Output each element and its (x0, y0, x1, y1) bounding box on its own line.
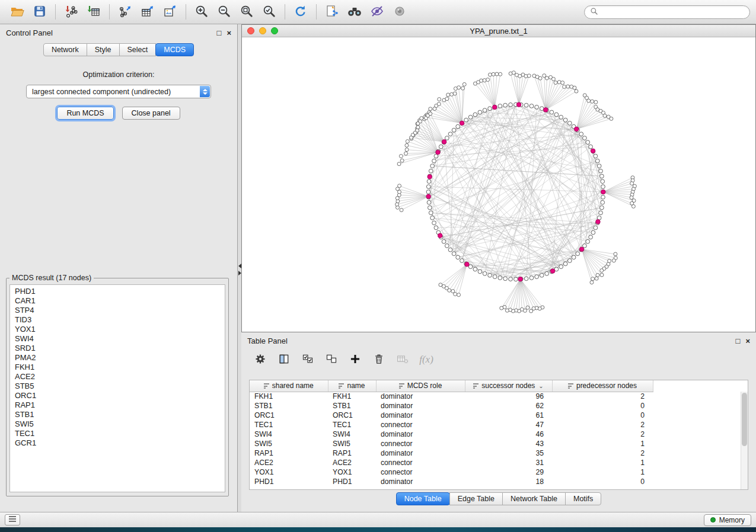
table-row[interactable]: TEC1TEC1connector472 (250, 420, 653, 430)
search-box[interactable] (584, 5, 750, 19)
close-table-panel-icon[interactable]: × (745, 337, 750, 345)
zoom-in-icon (194, 4, 209, 20)
table-vertical-scrollbar[interactable] (741, 392, 748, 489)
mcds-result-item[interactable]: TEC1 (15, 429, 225, 438)
share-document-button[interactable] (321, 2, 343, 21)
table-row[interactable]: STB1STB1dominator620 (250, 401, 653, 411)
table-settings-button[interactable] (251, 351, 270, 368)
refresh-button[interactable] (289, 2, 312, 21)
zoom-fit-button[interactable] (235, 2, 258, 21)
table-row[interactable]: PHD1PHD1dominator180 (250, 477, 653, 486)
collapse-left-icon[interactable] (238, 264, 241, 268)
new-network-icon (118, 4, 132, 20)
new-network-button[interactable] (114, 2, 136, 21)
column-sort-icon (264, 383, 269, 389)
close-panel-icon[interactable]: × (227, 29, 231, 37)
close-panel-button[interactable]: Close panel (122, 107, 180, 120)
table-tab-edge-table[interactable]: Edge Table (449, 492, 503, 505)
toolbar-separator (55, 4, 56, 20)
memory-button[interactable]: Memory (704, 514, 751, 526)
show-columns-button[interactable] (275, 351, 294, 368)
mcds-result-list: PHD1CAR1STP4TID3YOX1SWI4SRD1PMA2FKH1ACE2… (10, 287, 225, 448)
col-header-MCDS-role[interactable]: MCDS role (376, 380, 465, 392)
node-table-header-row: shared namenameMCDS rolesuccessor nodes⌄… (250, 380, 653, 392)
scrollbar-thumb[interactable] (742, 393, 747, 446)
mcds-result-item[interactable]: FKH1 (15, 363, 225, 372)
table-row[interactable]: FKH1FKH1dominator962 (250, 392, 653, 401)
task-history-button[interactable] (5, 514, 20, 525)
col-header-successor-nodes[interactable]: successor nodes⌄ (465, 380, 552, 392)
import-table-file-button[interactable] (82, 2, 105, 21)
mcds-result-item[interactable]: CAR1 (15, 296, 225, 306)
zoom-selected-button[interactable] (258, 2, 280, 21)
table-cell: 1 (552, 458, 653, 467)
new-table-button[interactable] (136, 2, 159, 21)
mcds-result-group: MCDS result (17 nodes) PHD1CAR1STP4TID3Y… (6, 274, 229, 496)
table-tab-motifs[interactable]: Motifs (565, 492, 601, 505)
zoom-in-button[interactable] (190, 2, 213, 21)
mcds-result-item[interactable]: SRD1 (15, 344, 225, 353)
criterion-select[interactable]: largest connected component (undirected) (26, 85, 211, 98)
select-stepper-icon[interactable] (200, 86, 210, 97)
control-panel: Control Panel □ × NetworkStyleSelectMCDS… (0, 24, 238, 512)
show-all-button[interactable] (388, 2, 411, 21)
mcds-result-item[interactable]: ORC1 (15, 391, 225, 400)
mcds-result-item[interactable]: STP4 (15, 306, 225, 315)
table-row[interactable]: SWI4SWI4dominator462 (250, 430, 653, 439)
network-window-titlebar[interactable]: YPA_prune.txt_1 (242, 25, 755, 37)
mcds-result-item[interactable]: PHD1 (15, 287, 225, 296)
table-row[interactable]: YOX1YOX1connector291 (250, 467, 653, 477)
table-cell: dominator (376, 477, 465, 486)
col-header-name[interactable]: name (328, 380, 376, 392)
float-table-panel-icon[interactable]: □ (736, 337, 741, 345)
export-image-button[interactable] (159, 2, 181, 21)
tab-mcds[interactable]: MCDS (155, 43, 194, 56)
search-network-button[interactable] (343, 2, 366, 21)
mcds-result-item[interactable]: RAP1 (15, 400, 225, 410)
zoom-out-button[interactable] (213, 2, 235, 21)
mcds-result-item[interactable]: STB5 (15, 382, 225, 391)
mcds-result-item[interactable]: SWI4 (15, 334, 225, 344)
maximize-window-icon[interactable] (271, 27, 278, 34)
float-panel-icon[interactable]: □ (217, 29, 222, 37)
function-builder-button[interactable]: f(x) (417, 351, 436, 368)
delete-column-button[interactable] (369, 351, 388, 368)
table-tab-network-table[interactable]: Network Table (502, 492, 566, 505)
import-network-file-button[interactable] (60, 2, 82, 21)
tab-network[interactable]: Network (43, 43, 87, 56)
collapse-right-icon[interactable] (238, 271, 241, 275)
minimize-window-icon[interactable] (259, 27, 266, 34)
mcds-result-item[interactable]: TID3 (15, 315, 225, 325)
deselect-all-rows-button[interactable] (322, 351, 341, 368)
table-tab-node-table[interactable]: Node Table (396, 492, 450, 505)
mcds-result-item[interactable]: YOX1 (15, 325, 225, 334)
run-mcds-button[interactable]: Run MCDS (57, 107, 113, 120)
tab-style[interactable]: Style (87, 43, 120, 56)
mcds-result-item[interactable]: GCR1 (15, 438, 225, 448)
refresh-icon (294, 4, 308, 20)
network-canvas[interactable] (242, 37, 755, 332)
table-row[interactable]: RAP1RAP1dominator352 (250, 448, 653, 458)
table-row[interactable]: ACE2ACE2connector311 (250, 458, 653, 467)
mcds-result-item[interactable]: STB1 (15, 410, 225, 419)
create-column-button[interactable] (346, 351, 365, 368)
tab-select[interactable]: Select (119, 43, 157, 56)
open-file-button[interactable] (6, 2, 28, 21)
mcds-result-item[interactable]: PMA2 (15, 353, 225, 363)
save-session-button[interactable] (28, 2, 51, 21)
network-window-title: YPA_prune.txt_1 (470, 27, 527, 36)
mcds-result-item[interactable]: SWI5 (15, 419, 225, 429)
hide-selected-button[interactable] (366, 2, 388, 21)
mcds-result-item[interactable]: ACE2 (15, 372, 225, 382)
col-header-shared-name[interactable]: shared name (250, 380, 328, 392)
col-header-predecessor-nodes[interactable]: predecessor nodes (552, 380, 653, 392)
select-all-rows-button[interactable] (298, 351, 317, 368)
table-panel: Table Panel □ × (241, 332, 756, 512)
search-input[interactable] (602, 7, 744, 17)
mcds-result-list-box[interactable]: PHD1CAR1STP4TID3YOX1SWI4SRD1PMA2FKH1ACE2… (9, 284, 225, 492)
close-window-icon[interactable] (247, 27, 254, 34)
table-row[interactable]: ORC1ORC1dominator610 (250, 411, 653, 420)
delete-table-button-disabled[interactable] (393, 351, 412, 368)
share-document-icon (325, 4, 339, 20)
table-row[interactable]: SWI5SWI5connector431 (250, 439, 653, 448)
